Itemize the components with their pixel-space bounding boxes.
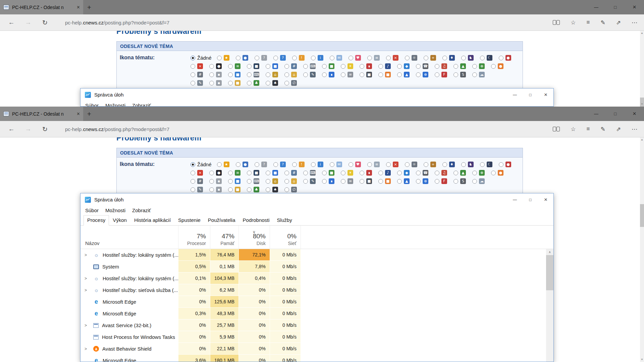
topic-icon-radio[interactable] — [273, 56, 278, 60]
topic-icon-radio[interactable] — [191, 81, 195, 85]
topic-icon-radio[interactable] — [191, 179, 195, 184]
expand-icon[interactable]: > — [85, 253, 93, 257]
topic-icon-radio[interactable] — [330, 56, 334, 60]
hub-icon[interactable]: ≡ — [587, 126, 590, 132]
expand-icon[interactable]: > — [85, 347, 93, 351]
topic-icon-radio[interactable] — [322, 72, 327, 77]
topic-icon-radio[interactable] — [209, 187, 214, 192]
column-header-memory[interactable]: 47% Pamäť — [210, 226, 238, 249]
process-row[interactable]: >☼Hostiteľ služby: lokálny systém (...1,… — [80, 249, 553, 261]
topic-icon-radio[interactable] — [453, 171, 458, 175]
scroll-down-icon[interactable]: ▼ — [640, 102, 644, 107]
topic-icon-radio[interactable] — [303, 64, 308, 69]
topic-icon-radio[interactable] — [322, 64, 327, 69]
scroll-up-icon[interactable]: ▲ — [640, 137, 644, 142]
topic-icon-radio[interactable] — [360, 64, 364, 69]
more-options-icon[interactable]: ⋯ — [632, 19, 637, 26]
topic-icon-radio[interactable] — [266, 179, 270, 184]
new-tab-button[interactable]: + — [83, 107, 95, 121]
topic-icon-radio[interactable] — [435, 72, 439, 77]
menu-item[interactable]: Možnosti — [102, 103, 129, 107]
topic-icon-radio[interactable] — [499, 162, 503, 167]
process-row[interactable]: >Avast Service (32-bit.)0%25,7 MB0%0 Mb/… — [80, 319, 553, 331]
window-maximize-button[interactable]: □ — [606, 107, 625, 121]
task-maximize-button[interactable]: □ — [523, 193, 538, 206]
topic-icon-radio[interactable] — [284, 179, 289, 184]
topic-icon-radio[interactable] — [416, 64, 421, 69]
topic-icon-radio[interactable] — [461, 56, 466, 60]
window-minimize-button[interactable]: — — [587, 107, 606, 121]
reading-view-icon[interactable] — [553, 20, 560, 25]
process-row[interactable]: eMicrosoft Edge3,6%180,1 MB0%0 Mb/s — [80, 355, 553, 362]
topic-icon-radio[interactable] — [284, 187, 289, 192]
topic-icon-radio[interactable] — [367, 56, 372, 60]
topic-icon-radio[interactable] — [311, 162, 316, 167]
topic-icon-radio[interactable] — [480, 56, 485, 60]
topic-icon-radio[interactable] — [435, 179, 439, 184]
task-minimize-button[interactable]: — — [507, 88, 523, 101]
topic-icon-radio[interactable] — [311, 56, 316, 60]
web-note-icon[interactable]: ✎ — [601, 19, 605, 26]
topic-icon-radio[interactable] — [322, 179, 327, 184]
topic-icon-radio[interactable] — [416, 72, 421, 77]
topic-icon-radio[interactable] — [386, 56, 391, 60]
topic-icon-radio[interactable] — [209, 64, 214, 69]
window-maximize-button[interactable]: □ — [606, 0, 625, 14]
topic-icon-radio[interactable] — [303, 179, 308, 184]
topic-icon-radio[interactable] — [360, 179, 364, 184]
menu-item[interactable]: Zobraziť — [129, 103, 154, 107]
topic-icon-radio[interactable] — [472, 179, 477, 184]
task-manager-scrollbar[interactable]: ∧ — [546, 249, 553, 362]
topic-icon-radio[interactable] — [303, 171, 308, 175]
hub-icon[interactable]: ≡ — [587, 19, 590, 26]
column-header-disk[interactable]: 80% Disk — [238, 226, 270, 249]
process-row[interactable]: System0,5%0,1 MB7,8%0 Mb/s — [80, 261, 553, 273]
tab-spustenie[interactable]: Spustenie — [174, 215, 204, 226]
topic-icon-radio[interactable] — [247, 179, 252, 184]
topic-icon-radio[interactable] — [367, 162, 372, 167]
tab-close-icon[interactable]: × — [77, 5, 80, 10]
favorites-star-icon[interactable]: ☆ — [571, 126, 576, 133]
topic-icon-radio[interactable] — [191, 64, 195, 69]
topic-icon-radio[interactable] — [236, 162, 240, 167]
topic-icon-radio[interactable] — [453, 64, 458, 69]
back-button[interactable]: ← — [5, 19, 18, 26]
address-bar[interactable]: pc-help.cnews.cz/posting.php?mode=post&f… — [65, 126, 169, 132]
topic-icon-radio[interactable] — [255, 162, 259, 167]
topic-icon-radio[interactable] — [453, 72, 458, 77]
topic-icon-radio[interactable] — [284, 81, 289, 85]
more-options-icon[interactable]: ⋯ — [632, 126, 637, 133]
topic-icon-radio[interactable] — [491, 171, 496, 175]
topic-icon-radio[interactable] — [461, 162, 466, 167]
topic-icon-radio[interactable] — [266, 187, 270, 192]
tab-close-icon[interactable]: × — [77, 111, 80, 117]
topic-icon-radio[interactable] — [341, 171, 345, 175]
window-close-button[interactable]: × — [625, 107, 644, 121]
new-tab-button[interactable]: + — [83, 0, 95, 14]
window-minimize-button[interactable]: — — [587, 0, 606, 14]
topic-icon-radio[interactable] — [292, 56, 297, 60]
topic-icon-radio[interactable] — [322, 171, 327, 175]
topic-icon-radio[interactable] — [416, 179, 421, 184]
process-row[interactable]: >aAvast Behavior Shield0%22,1 MB0%0 Mb/s — [80, 343, 553, 355]
topic-icon-radio[interactable] — [378, 72, 383, 77]
topic-icon-radio[interactable] — [397, 72, 402, 77]
tab-výkon[interactable]: Výkon — [109, 215, 130, 226]
topic-icon-radio[interactable] — [472, 171, 477, 175]
topic-icon-radio[interactable] — [191, 187, 195, 192]
browser-tab[interactable]: PC-HELP.CZ - Odeslat n × — [0, 0, 83, 14]
topic-icon-radio[interactable] — [491, 64, 496, 69]
process-row[interactable]: >☼Hostiteľ služby: lokálny systém (...0,… — [80, 273, 553, 284]
scroll-up-icon[interactable]: ▲ — [640, 31, 644, 36]
menu-item[interactable]: Súbor — [82, 103, 102, 107]
menu-item[interactable]: Súbor — [82, 207, 102, 213]
process-row[interactable]: eMicrosoft Edge0,3%48,3 MB0%0 Mb/s — [80, 308, 553, 319]
topic-icon-radio[interactable] — [442, 56, 447, 60]
menu-item[interactable]: Zobraziť — [129, 207, 154, 213]
topic-icon-radio[interactable] — [217, 162, 222, 167]
task-minimize-button[interactable]: — — [507, 193, 523, 206]
topic-icon-radio[interactable] — [209, 171, 214, 175]
topic-icon-radio[interactable] — [424, 56, 428, 60]
topic-icon-radio[interactable] — [228, 171, 233, 175]
topic-icon-radio[interactable] — [480, 162, 485, 167]
